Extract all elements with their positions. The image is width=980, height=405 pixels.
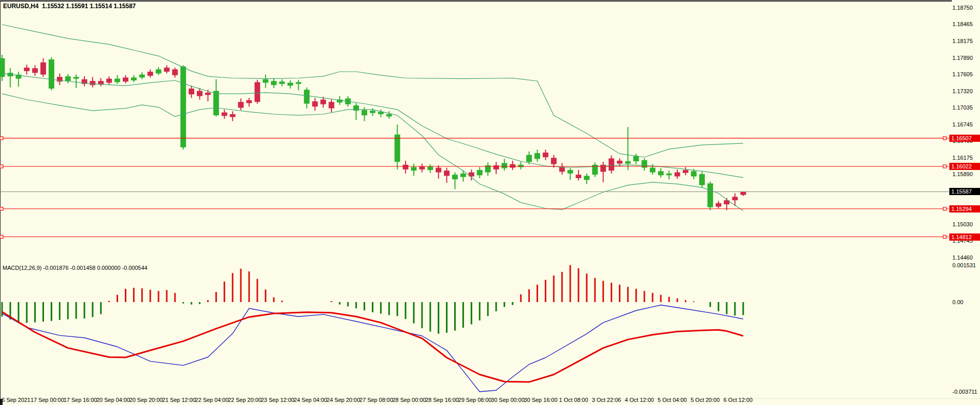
price-tick-1.17320: 1.17320	[952, 88, 973, 94]
line-handle[interactable]	[943, 236, 946, 239]
price-tick-1.15890: 1.15890	[952, 171, 973, 177]
macd-tick--0.003711: -0.003711	[952, 389, 977, 395]
macd-tick-0.001531: 0.001531	[952, 262, 976, 268]
hline-price-label-1.14812: 1.14812	[949, 233, 980, 241]
time-label: 24 Sep 20:00	[327, 397, 360, 403]
time-label: 28 Sep 00:00	[392, 397, 426, 403]
bid-price-label: 1.15587	[949, 188, 980, 195]
line-handle[interactable]	[0, 236, 3, 239]
line-handle[interactable]	[0, 137, 3, 140]
macd-indicator-label: MACD(12,26,9) -0.001876 -0.001458 0.0000…	[3, 265, 147, 271]
time-label: 5 Oct 04:00	[658, 397, 687, 403]
time-label: 16 Sep 2021	[0, 397, 30, 403]
price-tick-1.18465: 1.18465	[952, 21, 973, 27]
line-handle[interactable]	[943, 165, 946, 168]
time-label: 3 Oct 22:06	[592, 397, 621, 403]
price-tick-1.16175: 1.16175	[952, 155, 973, 161]
time-label: 5 Oct 20:00	[691, 397, 720, 403]
price-chart-canvas[interactable]	[0, 0, 949, 260]
line-handle[interactable]	[943, 207, 946, 210]
time-label: 28 Sep 16:00	[425, 397, 458, 403]
macd-histogram-layer	[2, 265, 744, 334]
macd-canvas[interactable]	[0, 263, 949, 394]
price-tick-1.17890: 1.17890	[952, 55, 973, 61]
time-label: 4 Oct 12:00	[625, 397, 654, 403]
line-handle[interactable]	[0, 207, 3, 210]
symbol-title: EURUSD,H4 1.15532 1.15591 1.15514 1.1558…	[3, 3, 136, 10]
time-label: 20 Sep 04:00	[96, 397, 129, 403]
time-label: 17 Sep 16:00	[63, 397, 97, 403]
macd-tick-0.00: 0.00	[952, 299, 963, 305]
price-tick-1.18175: 1.18175	[952, 38, 973, 44]
time-label: 29 Sep 08:00	[458, 397, 492, 403]
candles-layer	[0, 55, 746, 210]
bollinger-upper-line	[2, 25, 743, 157]
time-label: 22 Sep 20:00	[228, 397, 261, 403]
time-label: 6 Oct 12:00	[723, 397, 752, 403]
price-tick-1.15030: 1.15030	[952, 221, 973, 227]
macd-signal-line	[2, 312, 743, 382]
price-tick-1.17605: 1.17605	[952, 71, 973, 77]
price-tick-1.16745: 1.16745	[952, 121, 973, 127]
time-label: 17 Sep 00:00	[31, 397, 64, 403]
time-label: 30 Sep 16:00	[524, 397, 557, 403]
price-tick-1.18750: 1.18750	[952, 5, 973, 11]
hline-price-label-1.16022: 1.16022	[949, 163, 980, 170]
line-handle[interactable]	[943, 137, 946, 140]
time-label: 24 Sep 04:00	[294, 397, 327, 403]
time-label: 20 Sep 20:00	[129, 397, 163, 403]
time-label: 1 Oct 08:00	[559, 397, 588, 403]
time-label: 23 Sep 12:00	[261, 397, 294, 403]
price-tick-1.17035: 1.17035	[952, 104, 973, 111]
time-label: 21 Sep 12:00	[162, 397, 195, 403]
macd-main-line	[2, 305, 743, 392]
time-label: 27 Sep 08:00	[360, 397, 393, 403]
hline-price-label-1.15294: 1.15294	[949, 205, 980, 212]
price-tick-1.14460: 1.14460	[952, 254, 973, 261]
time-label: 22 Sep 04:00	[195, 397, 228, 403]
hline-price-label-1.16507: 1.16507	[949, 135, 980, 142]
chart-window: EURUSD,H4 1.15532 1.15591 1.15514 1.1558…	[0, 0, 980, 405]
time-label: 30 Sep 00:00	[491, 397, 524, 403]
bollinger-middle-line	[2, 73, 743, 177]
line-handle[interactable]	[0, 165, 3, 168]
